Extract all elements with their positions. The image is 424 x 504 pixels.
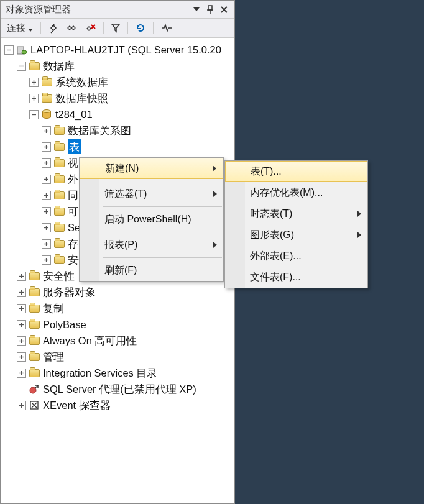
replication-label: 复制: [43, 301, 64, 316]
separator: [153, 22, 154, 34]
folder-icon: [53, 174, 65, 184]
submenu-memory-label: 内存优化表(M)...: [250, 186, 323, 199]
separator: [127, 22, 128, 34]
expand-icon[interactable]: [17, 352, 26, 362]
menu-separator: [103, 206, 222, 207]
menu-refresh-label: 刷新(F): [104, 264, 137, 277]
expand-icon[interactable]: [42, 175, 51, 184]
expand-icon[interactable]: [42, 239, 51, 249]
system-db-label: 系统数据库: [55, 75, 108, 90]
connect-button[interactable]: 连接: [4, 20, 35, 36]
menu-separator: [103, 232, 222, 232]
submenu-table-label: 表(T)...: [251, 165, 282, 178]
tree-replication-node[interactable]: 复制: [3, 300, 234, 316]
tree-userdb-node[interactable]: t284_01: [3, 106, 234, 122]
folder-icon: [53, 222, 65, 232]
tree-db-snapshot-node[interactable]: 数据库快照: [3, 90, 234, 106]
tree-always-on-node[interactable]: Always On 高可用性: [3, 332, 234, 349]
submenu-graph[interactable]: 图形表(G): [225, 224, 367, 245]
tree-tables-node[interactable]: 表: [3, 139, 234, 155]
submenu-file[interactable]: 文件表(F)...: [225, 267, 367, 288]
server-objects-label: 服务器对象: [43, 285, 96, 300]
tree-integration-node[interactable]: Integration Services 目录: [3, 365, 234, 381]
folder-icon: [29, 336, 40, 346]
close-icon[interactable]: [217, 2, 231, 16]
expand-icon[interactable]: [42, 191, 51, 200]
db-snapshot-label: 数据库快照: [55, 91, 108, 106]
expand-icon[interactable]: [42, 207, 51, 216]
svg-point-12: [22, 50, 27, 54]
folder-icon: [29, 271, 40, 281]
menu-reports[interactable]: 报表(P): [80, 234, 223, 255]
expand-icon[interactable]: [29, 94, 39, 103]
submenu-temporal[interactable]: 时态表(T): [225, 203, 367, 224]
menu-refresh[interactable]: 刷新(F): [80, 260, 223, 281]
tree-agent-node[interactable]: SQL Server 代理(已禁用代理 XP): [3, 381, 234, 397]
collapse-icon[interactable]: [4, 45, 14, 55]
expand-icon[interactable]: [17, 336, 26, 346]
xevent-icon: [29, 400, 40, 410]
collapse-icon[interactable]: [17, 62, 26, 71]
expand-icon[interactable]: [17, 272, 26, 281]
expand-icon[interactable]: [42, 255, 51, 265]
activity-icon[interactable]: [159, 20, 175, 36]
xevent-label: XEvent 探查器: [43, 398, 111, 413]
agent-label: SQL Server 代理(已禁用代理 XP): [43, 382, 196, 397]
disconnect-icon[interactable]: [82, 20, 98, 36]
svg-rect-0: [208, 6, 212, 10]
submenu-arrow-icon: [357, 211, 361, 217]
tree-server-node[interactable]: LAPTOP-HLAU2TJT (SQL Server 15.0.20: [3, 42, 234, 58]
submenu-arrow-icon: [357, 232, 361, 238]
folder-icon: [53, 142, 65, 152]
menu-filter-label: 筛选器(T): [104, 188, 147, 201]
tree-db-diagrams-node[interactable]: 数据库关系图: [3, 122, 234, 139]
panel-title: 对象资源管理器: [6, 4, 190, 16]
submenu-table[interactable]: 表(T)...: [225, 161, 367, 182]
expand-icon[interactable]: [29, 78, 39, 87]
folder-icon: [53, 239, 65, 249]
dropdown-icon: [28, 23, 33, 34]
expand-icon[interactable]: [17, 304, 26, 313]
pin-icon[interactable]: [203, 2, 217, 16]
expand-icon[interactable]: [42, 126, 51, 135]
tree-polybase-node[interactable]: PolyBase: [3, 316, 234, 332]
window-position-dropdown[interactable]: [190, 2, 203, 16]
tree-databases-node[interactable]: 数据库: [3, 58, 234, 74]
collapse-icon[interactable]: [29, 110, 39, 119]
tables-label: 表: [68, 139, 81, 155]
tree-xevent-node[interactable]: XEvent 探查器: [3, 397, 234, 413]
plug-group-icon[interactable]: [63, 20, 80, 36]
databases-label: 数据库: [43, 58, 75, 74]
expand-icon[interactable]: [42, 223, 51, 232]
tree-management-node[interactable]: 管理: [3, 349, 234, 365]
menu-new[interactable]: 新建(N): [80, 158, 223, 179]
menu-new-label: 新建(N): [105, 162, 139, 175]
menu-separator: [103, 181, 222, 181]
tree-system-db-node[interactable]: 系统数据库: [3, 74, 234, 90]
tree-server-objects-node[interactable]: 服务器对象: [3, 284, 234, 300]
server-label: LAPTOP-HLAU2TJT (SQL Server 15.0.20: [30, 42, 221, 58]
expand-icon[interactable]: [42, 158, 51, 168]
submenu-graph-label: 图形表(G): [250, 229, 294, 242]
submenu-temporal-label: 时态表(T): [250, 208, 292, 221]
folder-icon: [41, 93, 52, 103]
expand-icon[interactable]: [17, 288, 26, 297]
plug-connect-icon[interactable]: [46, 20, 61, 36]
submenu-arrow-icon: [213, 242, 217, 248]
expand-icon[interactable]: [17, 369, 26, 378]
submenu-memory[interactable]: 内存优化表(M)...: [225, 182, 367, 203]
menu-filter[interactable]: 筛选器(T): [80, 183, 223, 204]
folder-icon: [29, 368, 40, 378]
folder-icon: [29, 287, 40, 297]
menu-powershell[interactable]: 启动 PowerShell(H): [80, 209, 223, 230]
svg-line-7: [51, 30, 53, 33]
folder-icon: [29, 61, 40, 71]
menu-reports-label: 报表(P): [104, 239, 137, 252]
refresh-icon[interactable]: [133, 20, 148, 36]
expand-icon[interactable]: [42, 142, 51, 152]
filter-icon[interactable]: [109, 20, 122, 36]
security-label: 安全性: [43, 268, 75, 284]
expand-icon[interactable]: [17, 401, 26, 410]
submenu-external[interactable]: 外部表(E)...: [225, 245, 367, 267]
expand-icon[interactable]: [17, 320, 26, 329]
